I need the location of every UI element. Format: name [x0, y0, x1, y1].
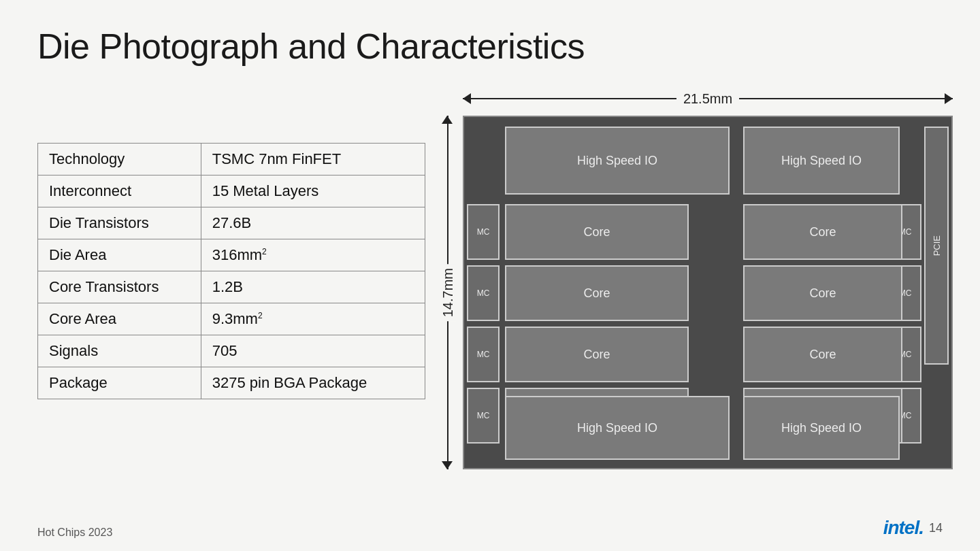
core-left-1-block: Core [505, 204, 689, 260]
dimension-left: 14.7mm [436, 116, 460, 469]
mc-left-2-label: MC [477, 288, 490, 298]
hsio-bottom-right-block: High Speed IO [743, 396, 900, 460]
mc-left-4-block: MC [467, 388, 500, 444]
core-left-1-label: Core [583, 225, 610, 239]
table-cell-label: Core Transistors [38, 271, 201, 303]
pcie-block: PCIE [924, 127, 949, 365]
intel-logo: intel. [883, 517, 924, 539]
table-cell-label: Die Transistors [38, 207, 201, 239]
die-chip: High Speed IO High Speed IO PCIE MC MC M… [463, 116, 953, 469]
dimension-top: 21.5mm [463, 88, 953, 109]
footer-event: Hot Chips 2023 [37, 527, 112, 539]
mc-left-4-label: MC [477, 411, 490, 420]
arrow-top-icon [442, 116, 453, 124]
core-left-2-label: Core [583, 286, 610, 301]
dimension-top-label: 21.5mm [676, 91, 739, 107]
table-cell-value: 27.6B [201, 207, 425, 239]
core-left-3-block: Core [505, 327, 689, 382]
mc-left-3-block: MC [467, 327, 500, 382]
table-cell-value: 15 Metal Layers [201, 176, 425, 207]
table-row: Die Transistors 27.6B [38, 207, 425, 239]
table-cell-value: 705 [201, 335, 425, 367]
table-row: Core Transistors 1.2B [38, 271, 425, 303]
arrow-bottom-icon [442, 461, 453, 469]
table-row: Package 3275 pin BGA Package [38, 367, 425, 399]
core-right-3-block: Core [743, 327, 902, 382]
core-right-1-block: Core [743, 204, 902, 260]
core-left-3-label: Core [583, 348, 610, 362]
hsio-top-right-block: High Speed IO [743, 127, 900, 195]
table-cell-label: Interconnect [38, 176, 201, 207]
mc-left-3-label: MC [477, 350, 490, 359]
mc-left-1-block: MC [467, 204, 500, 260]
pcie-label: PCIE [932, 235, 942, 256]
spec-table: Technology TSMC 7nm FinFET Interconnect … [37, 143, 425, 399]
core-right-3-label: Core [809, 348, 836, 362]
table-cell-value: 9.3mm2 [201, 303, 425, 335]
mc-left-1-label: MC [477, 227, 490, 237]
table-cell-label: Technology [38, 144, 201, 176]
die-diagram: 21.5mm 14.7mm High Speed IO High Speed I… [436, 88, 953, 483]
hsio-top-left-block: High Speed IO [505, 127, 730, 195]
core-right-1-label: Core [809, 225, 836, 239]
core-right-2-block: Core [743, 265, 902, 321]
table-row: Core Area 9.3mm2 [38, 303, 425, 335]
page-title: Die Photograph and Characteristics [37, 26, 585, 67]
arrow-right-icon [945, 93, 953, 104]
table-row: Interconnect 15 Metal Layers [38, 176, 425, 207]
hsio-bottom-left-label: High Speed IO [577, 421, 657, 435]
table-cell-value: 1.2B [201, 271, 425, 303]
mc-left-2-block: MC [467, 265, 500, 321]
table-cell-label: Signals [38, 335, 201, 367]
table-cell-value: TSMC 7nm FinFET [201, 144, 425, 176]
hsio-bottom-left-block: High Speed IO [505, 396, 730, 460]
table-cell-value: 316mm2 [201, 239, 425, 271]
dimension-left-label: 14.7mm [440, 264, 456, 321]
table-row: Technology TSMC 7nm FinFET [38, 144, 425, 176]
table-cell-label: Die Area [38, 239, 201, 271]
table-row: Signals 705 [38, 335, 425, 367]
table-row: Die Area 316mm2 [38, 239, 425, 271]
core-left-2-block: Core [505, 265, 689, 321]
hsio-top-left-label: High Speed IO [577, 154, 657, 168]
table-cell-value: 3275 pin BGA Package [201, 367, 425, 399]
table-cell-label: Core Area [38, 303, 201, 335]
hsio-bottom-right-label: High Speed IO [781, 421, 862, 435]
core-right-2-label: Core [809, 286, 836, 301]
footer-right: intel. 14 [883, 517, 943, 539]
table-cell-label: Package [38, 367, 201, 399]
arrow-left-icon [463, 93, 471, 104]
hsio-top-right-label: High Speed IO [781, 154, 862, 168]
page-number: 14 [929, 521, 943, 535]
